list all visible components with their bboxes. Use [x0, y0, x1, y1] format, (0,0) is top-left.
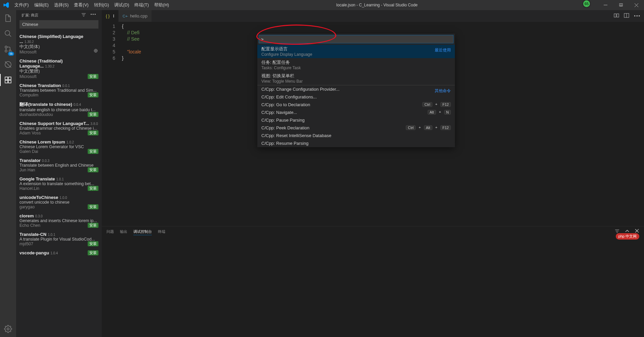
command-sublabel: Configure Display Language [261, 52, 451, 57]
settings-gear-icon[interactable] [3, 324, 13, 334]
extension-version: 0.0.1 [62, 84, 70, 88]
menu-item[interactable]: 终端(T) [132, 1, 152, 9]
extension-name: Google Translate [19, 176, 55, 181]
command-item[interactable]: 视图: 切换菜单栏View: Toggle Menu Bar [257, 72, 455, 85]
extension-item[interactable]: Chinese Lorem Ipsum1.0.2 Chinese Lorem G… [16, 137, 102, 156]
command-label: C/Cpp: Navigate... [261, 110, 451, 115]
source-control-icon[interactable]: 5k [3, 44, 13, 54]
command-palette-input[interactable] [259, 35, 454, 43]
sidebar-header: 扩展: 商店 ••• [16, 10, 102, 20]
menu-item[interactable]: 选择(S) [51, 1, 71, 9]
more-actions-icon[interactable]: ••• [634, 13, 641, 18]
menu-item[interactable]: 文件(F) [12, 1, 32, 9]
extension-name: clorem [19, 213, 34, 218]
panel-tab[interactable]: 终端 [158, 228, 165, 235]
install-button[interactable]: 安装 [88, 74, 98, 79]
extension-desc: A extension to translate something bet..… [19, 181, 98, 186]
extension-desc: A translate Plugin for Visual StudioCod.… [19, 237, 98, 242]
extension-item[interactable]: vscode-pangu1.0.4 安装 [16, 248, 102, 257]
command-item[interactable]: C/Cpp: Edit Configurations... [257, 93, 455, 101]
svg-point-9 [5, 50, 7, 52]
panel-tab[interactable]: 问题 [106, 228, 114, 235]
extension-item[interactable]: clorem0.3.0 Generates and inserts Chines… [16, 211, 102, 230]
command-item[interactable]: 配置显示语言Configure Display Language最近使用 [257, 45, 455, 58]
json-icon: { } [106, 13, 111, 19]
extensions-sidebar: 扩展: 商店 ••• Chinese (Simplified) Language… [16, 10, 102, 337]
extensions-icon[interactable] [3, 75, 13, 85]
minimize-button[interactable] [598, 0, 613, 10]
extension-item[interactable]: Chinese (Simplified) Language ...1.30.2 … [16, 32, 102, 56]
extension-version: 0.0.4 [74, 103, 81, 107]
install-button[interactable]: 安装 [88, 223, 98, 228]
svg-line-6 [9, 35, 11, 37]
command-label: 配置显示语言 [261, 46, 451, 52]
extension-author: dushaobindoudou [19, 112, 98, 117]
search-icon[interactable] [3, 29, 13, 38]
svg-rect-24 [617, 14, 619, 17]
extension-version: 1.30.2 [45, 65, 54, 68]
command-item[interactable]: C/Cpp: Go to DeclarationCtrl+F12 [257, 101, 455, 109]
menu-item[interactable]: 调试(D) [112, 1, 132, 9]
install-button[interactable]: 安装 [88, 112, 98, 117]
recent-label: 最近使用 [435, 47, 451, 53]
explorer-icon[interactable] [3, 13, 13, 23]
extension-item[interactable]: Google Translate1.0.1 A extension to tra… [16, 174, 102, 193]
install-button[interactable]: 安装 [88, 149, 98, 154]
install-button[interactable]: 安装 [88, 241, 98, 246]
command-label: C/Cpp: Change Configuration Provider... [261, 87, 451, 92]
more-icon[interactable]: ••• [90, 12, 96, 18]
extension-desc: 中文(简体) [19, 44, 98, 50]
command-item[interactable]: C/Cpp: Peek DeclarationCtrl+Alt+F12 [257, 124, 455, 132]
filter-icon[interactable] [81, 12, 86, 18]
compare-icon[interactable] [614, 13, 619, 19]
code-editor[interactable]: 123456 { // Defi // See es. "locale} 配置显… [102, 22, 644, 226]
extension-item[interactable]: Chinese (Traditional) Language...1.30.2 … [16, 56, 102, 81]
command-sublabel: Tasks: Configure Task [261, 66, 451, 70]
tab-label: l [113, 13, 114, 18]
extension-item[interactable]: Translator0.0.3 Translate between Englis… [16, 156, 102, 174]
menu-item[interactable]: 编辑(E) [32, 1, 51, 9]
install-button[interactable]: 安装 [88, 204, 98, 209]
menu-item[interactable]: 帮助(H) [152, 1, 172, 9]
editor-area: { }lC++hello.cpp ••• 123456 { // Defi //… [102, 10, 644, 337]
debug-icon[interactable] [3, 60, 13, 69]
command-item[interactable]: C/Cpp: Change Configuration Provider...其… [257, 85, 455, 93]
close-button[interactable] [629, 0, 644, 10]
editor-tab[interactable]: C++hello.cpp [119, 10, 152, 22]
panel-tab[interactable]: 输出 [120, 228, 127, 235]
extension-name: Chinese Support for LanguageT... [19, 121, 89, 126]
maximize-button[interactable] [613, 0, 629, 10]
command-item[interactable]: C/Cpp: Pause Parsing [257, 116, 455, 124]
extension-version: 1.0.1 [48, 233, 55, 237]
command-item[interactable]: C/Cpp: Resume Parsing [257, 139, 455, 147]
extension-author: Galen Dai [19, 149, 98, 154]
command-item[interactable]: C/Cpp: Navigate...Alt+N [257, 109, 455, 116]
extension-name: 翻译(translate to chinese) [19, 102, 72, 107]
keybinding: Alt+N [428, 110, 451, 115]
vscode-logo-icon [0, 2, 12, 8]
extension-search-input[interactable] [19, 20, 98, 29]
install-button[interactable]: 安装 [88, 167, 98, 172]
menu-item[interactable]: 转到(G) [91, 1, 112, 9]
command-label: C/Cpp: Pause Parsing [261, 118, 451, 123]
extension-item[interactable]: unicodeToChinese1.0.0 convert unicode to… [16, 193, 102, 211]
extension-list[interactable]: Chinese (Simplified) Language ...1.30.2 … [16, 32, 102, 337]
extension-item[interactable]: 翻译(translate to chinese)0.0.4 translate … [16, 99, 102, 119]
gear-icon[interactable] [93, 48, 98, 54]
install-button[interactable]: 安装 [88, 250, 98, 255]
install-button[interactable]: 安装 [88, 92, 98, 97]
editor-tab[interactable]: { }l [102, 10, 119, 22]
extension-item[interactable]: Translate-CN1.0.1 A translate Plugin for… [16, 230, 102, 248]
split-icon[interactable] [624, 13, 629, 19]
extension-search [19, 20, 98, 29]
command-sublabel: View: Toggle Menu Bar [261, 79, 451, 84]
extension-author: Microsoft [19, 74, 98, 79]
command-item[interactable]: 任务: 配置任务Tasks: Configure Task [257, 58, 455, 72]
command-item[interactable]: C/Cpp: Reset IntelliSense Database [257, 132, 455, 139]
extension-item[interactable]: Chinese Translation0.0.1 Translates betw… [16, 81, 102, 99]
menu-item[interactable]: 查看(V) [71, 1, 91, 9]
extension-item[interactable]: Chinese Support for LanguageT...3.8.0 En… [16, 119, 102, 137]
panel-tab[interactable]: 调试控制台 [133, 228, 152, 235]
install-button[interactable]: 安装 [88, 130, 98, 135]
install-button[interactable]: 安装 [88, 186, 98, 191]
